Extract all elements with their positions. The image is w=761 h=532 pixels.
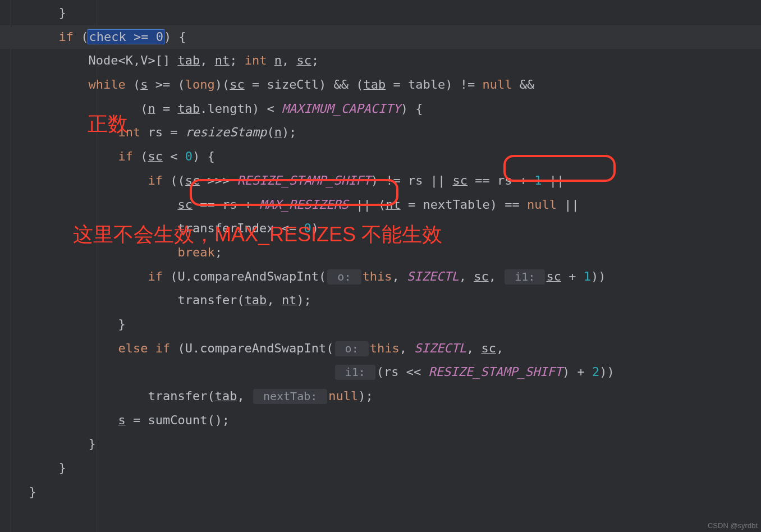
line-text: } <box>0 480 36 505</box>
watermark: CSDN @syrdbt <box>708 521 758 530</box>
inline-hint: o: <box>335 341 369 356</box>
code-line[interactable]: break; <box>0 241 761 265</box>
line-text: if (check >= 0) { <box>0 25 186 49</box>
code-line[interactable]: while (s >= (long)(sc = sizeCtl) && (tab… <box>0 73 761 97</box>
code-line[interactable]: } <box>0 432 761 456</box>
inline-hint: nextTab: <box>253 389 327 404</box>
line-text: while (s >= (long)(sc = sizeCtl) && (tab… <box>0 73 534 97</box>
inline-hint: i1: <box>335 365 375 380</box>
code-line[interactable]: int rs = resizeStamp(n); <box>0 121 761 145</box>
code-line[interactable]: } <box>0 480 761 505</box>
line-text: if ((sc >>> RESIZE_STAMP_SHIFT) != rs ||… <box>0 169 564 193</box>
line-text: transferIndex <= 0) <box>0 217 319 241</box>
code-line[interactable]: Node<K,V>[] tab, nt; int n, sc; <box>0 49 761 73</box>
line-text: if (U.compareAndSwapInt( o: this, SIZECT… <box>0 265 606 289</box>
code-line[interactable]: } <box>0 456 761 480</box>
line-text: } <box>0 456 66 480</box>
code-line[interactable]: (n = tab.length) < MAXIMUM_CAPACITY) { <box>0 97 761 121</box>
code-line[interactable]: i1: (rs << RESIZE_STAMP_SHIFT) + 2)) <box>0 360 761 384</box>
line-text: } <box>0 313 126 337</box>
code-line[interactable]: transferIndex <= 0) <box>0 217 761 241</box>
code-line[interactable]: transfer(tab, nt); <box>0 288 761 313</box>
code-line[interactable]: if (U.compareAndSwapInt( o: this, SIZECT… <box>0 265 761 289</box>
code-line[interactable]: } <box>0 1 761 25</box>
code-line[interactable]: } <box>0 313 761 337</box>
code-line[interactable]: else if (U.compareAndSwapInt( o: this, S… <box>0 337 761 361</box>
line-text: } <box>0 1 66 25</box>
line-text: if (sc < 0) { <box>0 145 215 169</box>
selection: check >= 0 <box>88 30 163 44</box>
code-line[interactable]: if (sc < 0) { <box>0 145 761 169</box>
code-editor[interactable]: } if (check >= 0) { Node<K,V>[] tab, nt;… <box>0 0 761 532</box>
line-text: i1: (rs << RESIZE_STAMP_SHIFT) + 2)) <box>0 360 615 384</box>
line-text: sc == rs + MAX_RESIZERS || (nt = nextTab… <box>0 193 579 217</box>
code-line[interactable]: if ((sc >>> RESIZE_STAMP_SHIFT) != rs ||… <box>0 169 761 193</box>
inline-hint: i1: <box>505 269 545 285</box>
code-line[interactable]: s = sumCount(); <box>0 409 761 433</box>
line-text: } <box>0 432 96 456</box>
line-text: else if (U.compareAndSwapInt( o: this, S… <box>0 337 503 361</box>
line-text: break; <box>0 241 222 265</box>
line-text: (n = tab.length) < MAXIMUM_CAPACITY) { <box>0 97 423 121</box>
line-text: Node<K,V>[] tab, nt; int n, sc; <box>0 49 319 73</box>
inline-hint: o: <box>327 269 361 285</box>
code-line[interactable]: if (check >= 0) { <box>0 25 761 49</box>
line-text: transfer(tab, nextTab: null); <box>0 384 373 409</box>
code-line[interactable]: sc == rs + MAX_RESIZERS || (nt = nextTab… <box>0 193 761 217</box>
line-text: transfer(tab, nt); <box>0 288 311 313</box>
code-line[interactable]: transfer(tab, nextTab: null); <box>0 384 761 409</box>
line-text: int rs = resizeStamp(n); <box>0 121 296 145</box>
line-text: s = sumCount(); <box>0 409 230 433</box>
